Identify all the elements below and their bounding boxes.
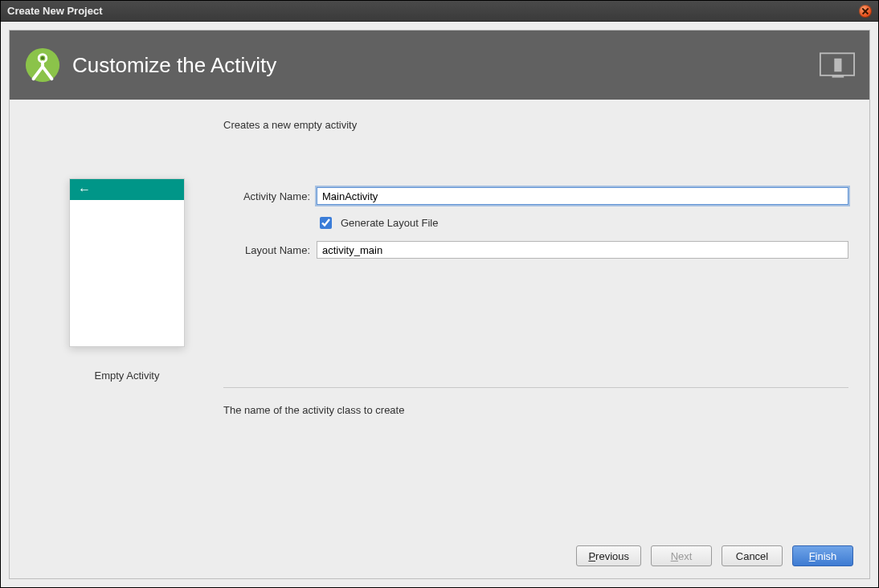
template-description: Creates a new empty activity (223, 119, 848, 131)
template-caption: Empty Activity (95, 370, 160, 382)
preview-appbar: ← (70, 179, 184, 200)
previous-button[interactable]: Previous (576, 545, 641, 566)
generate-layout-checkbox[interactable] (320, 217, 332, 229)
next-button: Next (651, 545, 712, 566)
titlebar: Create New Project (1, 1, 878, 22)
wizard-footer: Previous Next Cancel Finish (10, 533, 869, 578)
activity-name-input[interactable] (317, 187, 848, 205)
generate-layout-label: Generate Layout File (341, 217, 438, 229)
page-title: Customize the Activity (72, 53, 820, 78)
config-form: Activity Name: Generate Layout File Layo… (223, 187, 848, 259)
layout-name-label: Layout Name: (245, 244, 310, 256)
android-studio-icon (24, 47, 61, 84)
dialog-window: Create New Project Customize the Activit… (0, 0, 879, 588)
template-preview-column: ← Empty Activity (31, 119, 223, 533)
svg-rect-5 (832, 76, 844, 78)
finish-button[interactable]: Finish (792, 545, 853, 566)
wizard-header: Customize the Activity (10, 31, 869, 100)
layout-name-input[interactable] (317, 241, 848, 259)
dialog-frame: Customize the Activity ← Empty Activity … (9, 30, 870, 579)
template-preview: ← (69, 178, 185, 347)
help-text: The name of the activity class to create (223, 404, 848, 416)
separator (223, 387, 848, 388)
window-title: Create New Project (7, 5, 103, 17)
previous-label-rest: revious (595, 550, 629, 562)
device-frame-icon (820, 52, 855, 78)
activity-name-label: Activity Name: (243, 190, 310, 202)
svg-rect-4 (834, 59, 841, 72)
svg-point-2 (41, 56, 44, 59)
close-icon[interactable] (859, 5, 872, 18)
cancel-button[interactable]: Cancel (722, 545, 783, 566)
back-arrow-icon: ← (78, 182, 91, 197)
